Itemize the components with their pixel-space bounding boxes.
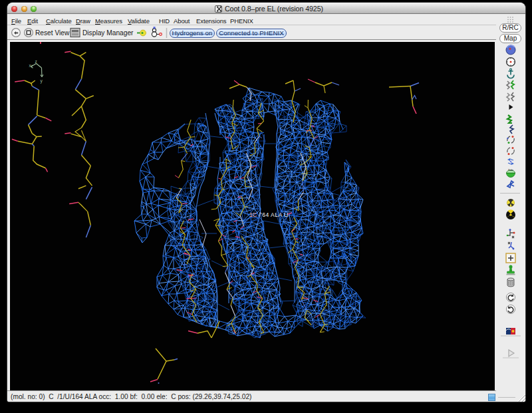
svg-text:/’64 ALA U: /’64 ALA U: [259, 211, 289, 218]
svg-text:1C: 1C: [249, 211, 257, 218]
svg-text:z: z: [35, 59, 37, 64]
svg-text:y: y: [41, 78, 43, 84]
svg-text:Side: Side: [508, 168, 514, 172]
